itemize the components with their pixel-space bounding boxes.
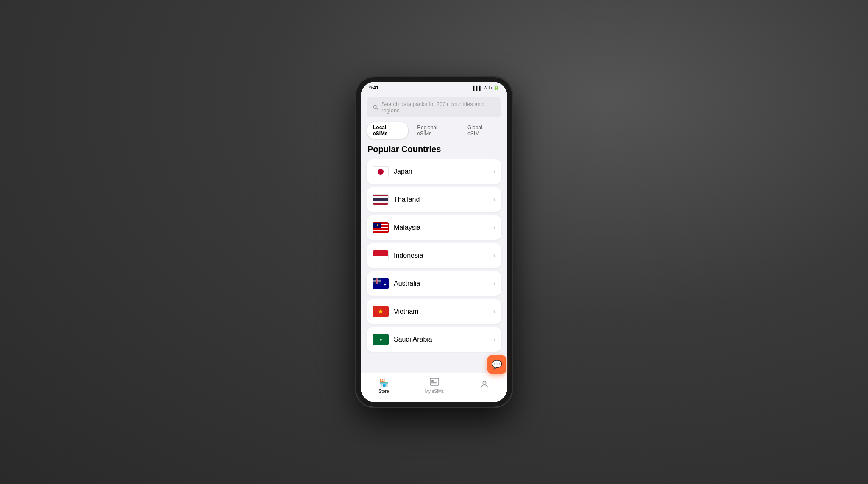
chevron-icon-indonesia: ›: [493, 252, 495, 259]
thai-stripe-5: [373, 203, 388, 205]
phone-device: 9:41 ▌▌▌ WiFi 🔋 Search data packs for 20…: [356, 77, 512, 407]
malaysia-star: ★: [376, 223, 379, 227]
bottom-nav: 🏪 Store My eSIMs: [361, 373, 507, 402]
country-name-malaysia: Malaysia: [394, 224, 420, 231]
tab-local-esims[interactable]: Local eSIMs: [367, 122, 409, 139]
thai-stripe-3: [373, 198, 388, 201]
country-left: Indonesia: [373, 250, 423, 261]
country-left: ★ Malaysia: [373, 222, 420, 233]
country-item-malaysia[interactable]: ★ Malaysia ›: [367, 215, 501, 240]
country-item-japan[interactable]: Japan ›: [367, 159, 501, 184]
svg-rect-2: [430, 378, 439, 385]
svg-point-6: [483, 381, 486, 384]
country-item-vietnam[interactable]: ★ Vietnam ›: [367, 299, 501, 324]
tab-global-esim[interactable]: Global eSIM: [462, 122, 501, 139]
flag-vietnam: ★: [373, 306, 389, 317]
country-name-saudi-arabia: Saudi Arabia: [394, 336, 432, 343]
saudi-symbol: ☪: [380, 338, 382, 341]
tabs-container: Local eSIMs Regional eSIMs Global eSIM: [361, 122, 507, 139]
country-item-australia[interactable]: ✦ Australia ›: [367, 271, 501, 296]
country-name-indonesia: Indonesia: [394, 252, 423, 259]
country-left: ☪ Saudi Arabia: [373, 334, 432, 345]
flag-saudi-arabia: ☪: [373, 334, 389, 345]
chevron-icon-japan: ›: [493, 168, 495, 175]
status-time: 9:41: [369, 85, 378, 90]
chat-fab-button[interactable]: 💬: [487, 355, 506, 374]
status-icons: ▌▌▌ WiFi 🔋: [473, 86, 499, 90]
tab-regional-esims[interactable]: Regional eSIMs: [411, 122, 459, 139]
search-icon: [373, 104, 378, 110]
signal-icon: ▌▌▌: [473, 86, 482, 90]
country-left: ✦ Australia: [373, 278, 420, 289]
section-title: Popular Countries: [367, 145, 501, 154]
nav-item-store[interactable]: 🏪 Store: [379, 378, 389, 394]
country-left: ★ Vietnam: [373, 306, 418, 317]
nav-item-my-esims[interactable]: My eSIMs: [425, 378, 444, 394]
cross-v-red: [376, 278, 377, 284]
indonesia-top: [373, 250, 388, 256]
phone-screen: 9:41 ▌▌▌ WiFi 🔋 Search data packs for 20…: [361, 82, 507, 402]
flag-indonesia: [373, 250, 389, 261]
indonesia-bottom: [373, 256, 388, 261]
svg-point-0: [373, 105, 377, 108]
chevron-icon-australia: ›: [493, 280, 495, 287]
flag-thailand: [373, 194, 389, 205]
malaysia-canton: ★: [373, 223, 381, 228]
search-bar[interactable]: Search data packs for 200+ countries and…: [367, 97, 501, 117]
country-left: Japan: [373, 166, 412, 177]
country-name-vietnam: Vietnam: [394, 308, 418, 315]
flag-japan: [373, 166, 389, 177]
battery-icon: 🔋: [494, 86, 499, 90]
country-item-indonesia[interactable]: Indonesia ›: [367, 243, 501, 268]
search-placeholder: Search data packs for 200+ countries and…: [381, 101, 495, 114]
japan-circle: [378, 169, 384, 175]
store-icon: 🏪: [379, 378, 389, 388]
country-name-thailand: Thailand: [394, 196, 420, 203]
flag-malaysia: ★: [373, 222, 389, 233]
flag-australia: ✦: [373, 278, 389, 289]
chevron-icon-saudi-arabia: ›: [493, 336, 495, 343]
vietnam-star: ★: [378, 308, 384, 315]
chevron-icon-malaysia: ›: [493, 224, 495, 231]
chat-fab-icon: 💬: [492, 359, 502, 370]
country-name-australia: Australia: [394, 280, 420, 287]
nav-label-my-esims: My eSIMs: [425, 389, 444, 394]
country-left: Thailand: [373, 194, 420, 205]
my-esims-icon: [430, 378, 439, 388]
country-item-thailand[interactable]: Thailand ›: [367, 187, 501, 212]
australia-stars: ✦: [383, 282, 387, 287]
svg-line-1: [377, 108, 378, 110]
chevron-icon-vietnam: ›: [493, 308, 495, 315]
nav-item-account[interactable]: [480, 380, 489, 392]
country-name-japan: Japan: [394, 168, 412, 175]
country-item-saudi-arabia[interactable]: ☪ Saudi Arabia ›: [367, 327, 501, 352]
nav-label-store: Store: [379, 389, 389, 394]
chevron-icon-thailand: ›: [493, 196, 495, 203]
content-area: Popular Countries Japan ›: [361, 145, 507, 373]
wifi-icon: WiFi: [484, 86, 492, 90]
account-icon: [480, 380, 489, 391]
australia-union: [373, 278, 381, 284]
status-bar: 9:41 ▌▌▌ WiFi 🔋: [361, 82, 507, 94]
svg-rect-3: [431, 380, 434, 382]
